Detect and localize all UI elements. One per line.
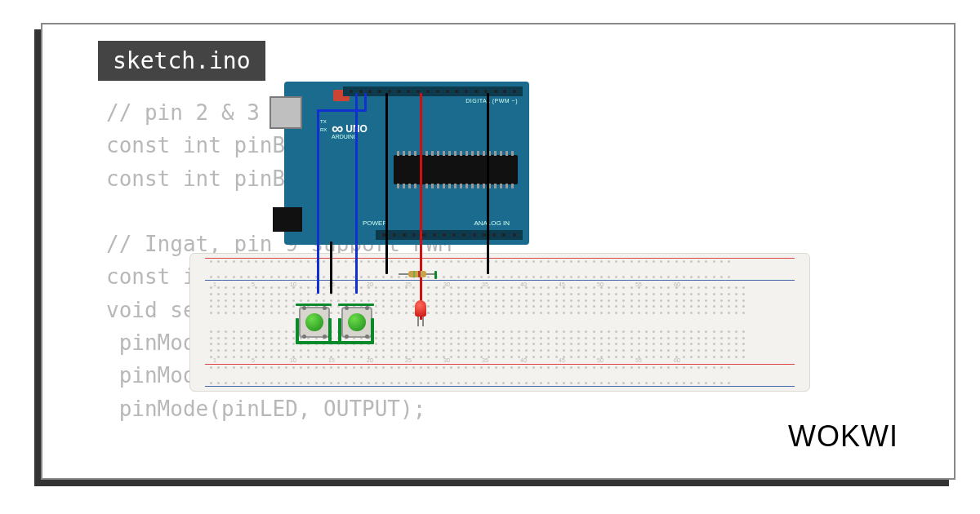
wire-btn1-green-r bbox=[328, 318, 332, 343]
wire-gnd-black bbox=[385, 93, 388, 274]
filename-text: sketch.ino bbox=[113, 47, 251, 74]
wire-d2-blue-h bbox=[317, 109, 367, 112]
wire-d3-blue bbox=[355, 93, 358, 294]
digital-pin-header[interactable] bbox=[343, 86, 523, 96]
wire-gnd3-black bbox=[487, 93, 489, 274]
breadboard[interactable]: 151015202530354045505560 151015202530354… bbox=[189, 253, 810, 392]
wire-btn1-green-l bbox=[296, 318, 299, 343]
wire-d2-blue-v bbox=[317, 109, 319, 294]
wire-btn2-green-l bbox=[338, 318, 341, 343]
board-brand: ARDUINO bbox=[332, 134, 358, 140]
terminal-strip bbox=[205, 286, 795, 358]
wire-resistor-green bbox=[434, 271, 437, 279]
power-analog-header[interactable] bbox=[376, 230, 523, 240]
wire-gnd2-black bbox=[330, 241, 332, 294]
rx-label: RX bbox=[320, 127, 327, 132]
wire-d2-blue bbox=[364, 93, 367, 109]
filename-tab: sketch.ino bbox=[98, 41, 265, 81]
arduino-uno-board[interactable]: ∞ UNO ARDUINO DIGITAL (PWM ~) POWER ANAL… bbox=[284, 82, 529, 245]
wire-btn1-green-top bbox=[296, 304, 332, 306]
power-rail-top bbox=[205, 260, 795, 278]
wire-btn2-green-r bbox=[371, 318, 374, 343]
wokwi-brand: WOKWI bbox=[788, 419, 898, 454]
wire-d9-red bbox=[420, 93, 422, 320]
wire-btn2-green-top bbox=[338, 304, 374, 306]
code-line: pinMode(pinLED, OUTPUT); bbox=[106, 397, 425, 421]
power-label: POWER bbox=[363, 219, 387, 227]
analog-label: ANALOG IN bbox=[474, 219, 510, 227]
resistor[interactable] bbox=[399, 271, 436, 277]
preview-card: sketch.ino // pin 2 & 3 sebag const int … bbox=[41, 23, 956, 480]
wire-btn-green-bot bbox=[296, 341, 374, 344]
column-numbers-bottom: 151015202530354045505560 bbox=[213, 357, 786, 363]
circuit-diagram: ∞ UNO ARDUINO DIGITAL (PWM ~) POWER ANAL… bbox=[189, 82, 810, 392]
power-jack-icon bbox=[273, 207, 302, 232]
tx-label: TX bbox=[320, 119, 327, 124]
digital-label: DIGITAL (PWM ~) bbox=[466, 98, 518, 104]
atmega-chip-icon bbox=[394, 155, 518, 184]
pushbutton-1[interactable] bbox=[299, 307, 330, 338]
led-red[interactable] bbox=[415, 300, 426, 317]
power-rail-bottom bbox=[205, 366, 795, 384]
usb-port-icon bbox=[270, 96, 302, 129]
pushbutton-2[interactable] bbox=[341, 307, 372, 338]
